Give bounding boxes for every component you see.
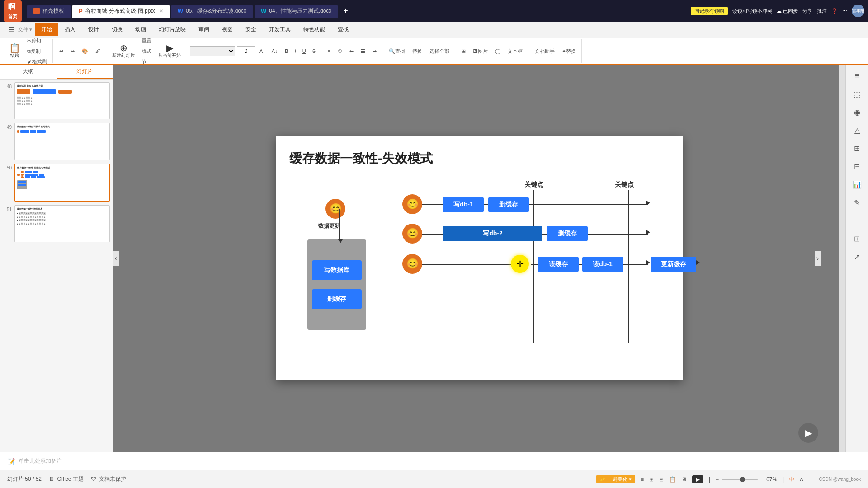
tab-docx1[interactable]: W 05、缓存&分布式锁.docx (171, 5, 253, 18)
ribbon-tab-review[interactable]: 审阅 (192, 23, 216, 36)
shape-button[interactable]: ◯ (492, 47, 503, 56)
prev-slide-button[interactable]: ‹ (113, 251, 119, 266)
slide-preview-48[interactable]: 缓存试题-超卖-高级缓存题 某某某某某某某 某某某某某某某 某某某某某某某 (14, 82, 110, 119)
textbox-button[interactable]: 文本框 (505, 47, 525, 56)
grid-icon[interactable]: ⊞ (649, 476, 654, 483)
zoom-in-button[interactable]: + (760, 476, 764, 483)
slides-tab[interactable]: 幻灯片 (57, 65, 113, 79)
font-family-select[interactable] (190, 46, 235, 56)
right-panel-btn-4[interactable]: △ (850, 123, 864, 137)
slide-preview-50[interactable]: 缓存数据一致性-写模式-失效模式 (14, 164, 110, 202)
layout-button[interactable]: 版式 (139, 47, 154, 56)
right-panel-btn-6[interactable]: ⊟ (850, 159, 864, 174)
zoom-out-button[interactable]: − (716, 476, 719, 483)
user-avatar[interactable]: 雷丰阳 (852, 5, 864, 17)
font-increase-button[interactable]: A↑ (257, 47, 268, 55)
table-button[interactable]: ⊞ (459, 47, 468, 56)
section-button[interactable]: 节 (139, 57, 154, 66)
zoom-slider[interactable] (722, 479, 758, 480)
lang-icon[interactable]: A (800, 477, 803, 482)
slide-preview-49[interactable]: 缓存数据一致性-写模式-双写模式 (14, 123, 110, 160)
share-button[interactable]: 分享 (802, 8, 812, 14)
slide-thumb-51[interactable]: 51 缓存数据一致性-读写分离 ● 某某某某某某某某某某某某 ● 某某某某某某某… (3, 205, 110, 242)
italic-button[interactable]: I (292, 47, 299, 55)
next-slide-button[interactable]: › (815, 251, 821, 266)
align-right-button[interactable]: ➡ (370, 47, 379, 56)
right-panel-btn-5[interactable]: ⊞ (850, 141, 864, 155)
bold-button[interactable]: B (282, 47, 291, 55)
ribbon-tab-design[interactable]: 设计 (82, 23, 105, 36)
tab-template[interactable]: 稻壳模板 (27, 5, 71, 18)
right-panel-btn-3[interactable]: ◉ (850, 105, 864, 119)
beautify-button[interactable]: ✨ 一键美化 ▾ (596, 475, 635, 483)
slide-thumb-49[interactable]: 49 缓存数据一致性-写模式-双写模式 (3, 123, 110, 160)
ai-replace-button[interactable]: ✦替换 (559, 47, 579, 56)
layout-icons[interactable]: ≡ (641, 476, 644, 483)
ribbon-tab-view[interactable]: 视图 (216, 23, 239, 36)
ribbon-tab-animation[interactable]: 动画 (129, 23, 152, 36)
ribbon-tab-slideshow[interactable]: 幻灯片放映 (152, 23, 192, 36)
paint-button[interactable]: 🖊 (93, 47, 103, 55)
ribbon-tab-security[interactable]: 安全 (239, 23, 263, 36)
right-panel-btn-11[interactable]: ↗ (850, 249, 864, 264)
slide-panel[interactable]: 48 缓存试题-超卖-高级缓存题 某某某某某某某 某某某某某某某 某某某某某某某 (0, 80, 113, 452)
format-button[interactable]: 🖌格式刷 (24, 57, 50, 66)
input-method-icon[interactable]: 中 (789, 476, 794, 483)
tab-docx2[interactable]: W 04、性能与压力测试.docx (255, 5, 338, 18)
strikethrough-button[interactable]: S̶ (310, 47, 318, 56)
ai-assist-button[interactable]: 文档助手 (532, 47, 557, 56)
notes-icon[interactable]: 📋 (669, 476, 676, 483)
vertical-scrollbar[interactable] (839, 65, 845, 452)
zoom-control[interactable]: − + 67% (716, 476, 777, 483)
ribbon-tab-special[interactable]: 特色功能 (297, 23, 331, 36)
menu-icon[interactable]: ☰ (5, 23, 18, 36)
tab-pptx[interactable]: P 谷粒商城-分布式高级-图.pptx ✕ (72, 5, 170, 18)
select-all-button[interactable]: 选择全部 (427, 47, 452, 56)
slide-preview-51[interactable]: 缓存数据一致性-读写分离 ● 某某某某某某某某某某某某 ● 某某某某某某某某某某… (14, 205, 110, 242)
right-panel-btn-9[interactable]: ⋯ (850, 213, 864, 228)
paste-button[interactable]: 📋 粘贴 (6, 42, 23, 60)
copy-button[interactable]: ⧉复制 (24, 47, 50, 56)
slide-thumb-50[interactable]: 50 缓存数据一致性-写模式-失效模式 (3, 164, 110, 202)
right-panel-btn-7[interactable]: 📊 (850, 177, 864, 192)
align-left-button[interactable]: ⬅ (347, 47, 356, 56)
present-icon[interactable]: 🖥 (681, 476, 687, 483)
font-decrease-button[interactable]: A↓ (269, 47, 280, 55)
right-panel-btn-2[interactable]: ⬚ (850, 87, 864, 101)
close-icon[interactable]: ✕ (160, 9, 163, 14)
align-center-button[interactable]: ☰ (358, 47, 368, 56)
ribbon-tab-start[interactable]: 开始 (35, 23, 58, 36)
reset-button[interactable]: 重置 (139, 38, 154, 46)
note-bar[interactable]: 📝 单击此处添加备注 (0, 452, 868, 470)
video-play-button[interactable]: ▶ (798, 423, 818, 443)
file-label[interactable]: 文件 ▾ (18, 26, 32, 33)
cut-button[interactable]: ✂剪切 (24, 38, 50, 46)
redo-button[interactable]: ↪ (68, 47, 77, 56)
from-current-button[interactable]: ▶ 从当前开始 (156, 42, 183, 60)
ribbon-tab-insert[interactable]: 插入 (58, 23, 82, 36)
underline-button[interactable]: U (300, 47, 309, 55)
canvas-area[interactable]: ‹ 缓存数据一致性-失效模式 关键点 关键点 😊 数据更新 写数据库 (113, 65, 845, 452)
paintbucket-button[interactable]: 🎨 (79, 47, 91, 56)
slide-thumb-48[interactable]: 48 缓存试题-超卖-高级缓存题 某某某某某某某 某某某某某某某 某某某某某某某 (3, 82, 110, 119)
bullet-list-button[interactable]: ≡ (325, 47, 333, 55)
undo-button[interactable]: ↩ (57, 47, 66, 56)
font-size-input[interactable] (237, 46, 255, 56)
ribbon-tab-devtools[interactable]: 开发工具 (263, 23, 297, 36)
review-button[interactable]: 批注 (817, 8, 827, 14)
outline-tab[interactable]: 大纲 (0, 65, 57, 79)
right-panel-btn-1[interactable]: ≡ (850, 69, 864, 83)
image-button[interactable]: 🖼图片 (470, 47, 491, 56)
app-logo[interactable]: 啊 首页 (4, 0, 22, 22)
find-button[interactable]: 🔍查找 (386, 47, 408, 56)
ribbon-tab-transition[interactable]: 切换 (105, 23, 129, 36)
ribbon-tab-find[interactable]: 查找 (331, 23, 355, 36)
sync-label[interactable]: ☁ 已同步 (777, 8, 798, 14)
right-panel-btn-10[interactable]: ⊞ (850, 231, 864, 246)
right-panel-btn-8[interactable]: ✎ (850, 195, 864, 210)
new-tab-button[interactable]: + (340, 6, 352, 16)
columns-icon[interactable]: ⊟ (659, 476, 664, 483)
numbered-list-button[interactable]: ① (335, 47, 345, 56)
play-button-status[interactable]: ▶ (692, 475, 703, 483)
replace-button[interactable]: 替换 (410, 47, 425, 56)
